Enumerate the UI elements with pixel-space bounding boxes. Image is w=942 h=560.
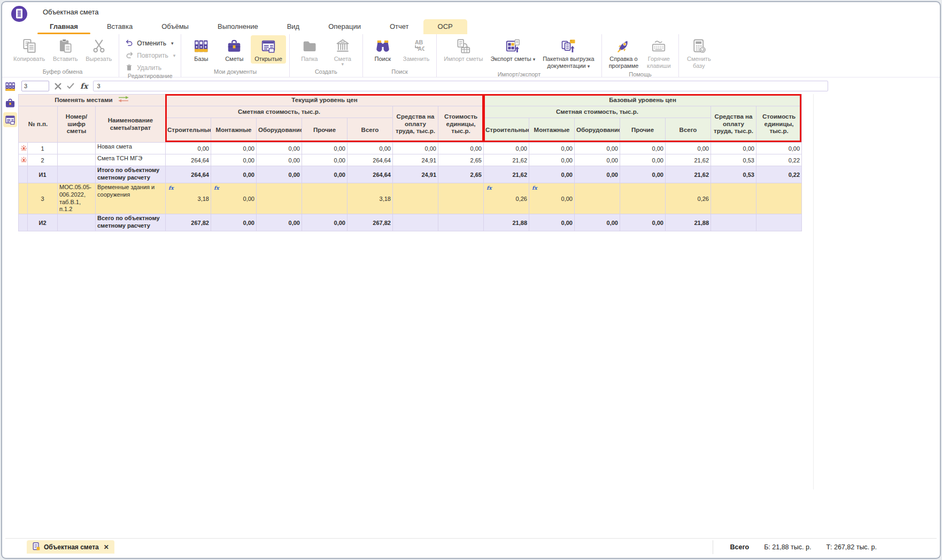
value-cell[interactable]: 0,00 — [211, 214, 257, 231]
value-cell[interactable]: 0,00 — [575, 166, 620, 183]
value-cell[interactable] — [393, 183, 438, 214]
value-cell[interactable]: 0,00 — [620, 154, 666, 166]
rocket-button[interactable]: Справка о программе — [605, 35, 643, 71]
formula-input[interactable] — [93, 81, 828, 91]
value-cell[interactable]: 0,22 — [756, 154, 802, 166]
ribbon-tab-8[interactable]: ОСР — [423, 19, 467, 34]
value-cell[interactable]: 0,00 — [666, 143, 711, 154]
value-cell[interactable]: 24,91 — [393, 166, 438, 183]
value-cell[interactable]: 0,00 — [620, 166, 666, 183]
briefcase-button[interactable]: Сметы — [218, 35, 251, 64]
value-cell[interactable]: 0,00 — [302, 214, 348, 231]
row-number-cell[interactable]: И1 — [28, 166, 58, 183]
ribbon-tab-4[interactable]: Выполнение — [203, 19, 273, 34]
estimate-name-cell[interactable]: Всего по объектному сметному расчету — [96, 214, 166, 231]
export-button[interactable]: Экспорт сметы▾ — [487, 35, 539, 64]
value-cell[interactable]: 21,62 — [484, 166, 529, 183]
value-cell[interactable]: 264,64 — [348, 154, 393, 166]
cell-reference-input[interactable] — [21, 81, 49, 91]
value-cell[interactable]: 0,00 — [484, 143, 529, 154]
value-cell[interactable]: 0,00 — [211, 154, 257, 166]
value-cell[interactable]: 0,00 — [348, 143, 393, 154]
undo-button[interactable]: Отменить▾ — [125, 38, 173, 48]
estimate-code-cell[interactable] — [58, 143, 96, 154]
value-cell[interactable]: 0,22 — [756, 166, 802, 183]
value-cell[interactable]: 0,53 — [711, 166, 756, 183]
value-cell[interactable]: 0,00 — [257, 154, 302, 166]
value-cell[interactable]: 0,00 — [529, 214, 575, 231]
value-cell[interactable]: fx0,00 — [529, 183, 575, 214]
sidebar-item-estimates[interactable] — [3, 96, 17, 111]
value-cell[interactable]: 21,88 — [666, 214, 711, 231]
swap-columns-button[interactable]: Поменять местами — [19, 95, 166, 106]
value-cell[interactable]: fx0,00 — [211, 183, 257, 214]
estimate-code-cell[interactable] — [58, 166, 96, 183]
value-cell[interactable]: 0,00 — [711, 143, 756, 154]
row-number-cell[interactable]: И2 — [28, 214, 58, 231]
value-cell[interactable] — [711, 214, 756, 231]
dropdown-caret-icon[interactable]: ▾ — [171, 41, 174, 46]
value-cell[interactable]: 0,00 — [393, 143, 438, 154]
value-cell[interactable]: 0,00 — [575, 143, 620, 154]
batch-button[interactable]: Пакетная выгрузка документации▾ — [539, 35, 598, 71]
value-cell[interactable] — [438, 214, 484, 231]
value-cell[interactable]: 21,62 — [666, 154, 711, 166]
estimate-name-cell[interactable]: Временные здания и сооружения — [96, 183, 166, 214]
value-cell[interactable]: 3,18 — [348, 183, 393, 214]
value-cell[interactable]: 267,82 — [166, 214, 211, 231]
ribbon-tab-7[interactable]: Отчет — [375, 19, 423, 34]
value-cell[interactable]: 0,00 — [529, 166, 575, 183]
value-cell[interactable]: 264,64 — [166, 154, 211, 166]
value-cell[interactable]: 0,00 — [575, 154, 620, 166]
value-cell[interactable]: 0,00 — [529, 143, 575, 154]
value-cell[interactable] — [438, 183, 484, 214]
value-cell[interactable]: 0,00 — [257, 143, 302, 154]
ribbon-tab-5[interactable]: Вид — [273, 19, 314, 34]
estimate-name-cell[interactable]: Смета ТСН МГЭ — [96, 154, 166, 166]
value-cell[interactable] — [711, 183, 756, 214]
ribbon-tab-2[interactable]: Вставка — [92, 19, 147, 34]
estimate-code-cell[interactable]: МОС.05.05-006.2022, таб.В.1, п.1.2 — [58, 183, 96, 214]
value-cell[interactable]: 2,65 — [438, 154, 484, 166]
value-cell[interactable]: 0,00 — [756, 143, 802, 154]
dropdown-caret-icon[interactable]: ▾ — [588, 64, 590, 69]
value-cell[interactable]: 0,00 — [620, 143, 666, 154]
row-number-cell[interactable]: 2 — [28, 154, 58, 166]
sidebar-item-open-documents[interactable] — [3, 112, 17, 127]
estimate-code-cell[interactable] — [58, 214, 96, 231]
sidebar-item-bases[interactable] — [3, 79, 17, 94]
value-cell[interactable]: 21,88 — [484, 214, 529, 231]
scrollbar-track[interactable] — [813, 94, 814, 489]
value-cell[interactable]: 264,64 — [166, 166, 211, 183]
value-cell[interactable]: 0,00 — [620, 214, 666, 231]
value-cell[interactable] — [302, 183, 348, 214]
value-cell[interactable]: fx0,26 — [484, 183, 529, 214]
estimate-code-cell[interactable] — [58, 154, 96, 166]
value-cell[interactable]: 0,00 — [211, 166, 257, 183]
estimate-name-cell[interactable]: Новая смета — [96, 143, 166, 154]
value-cell[interactable]: 264,64 — [348, 166, 393, 183]
value-cell[interactable]: 0,53 — [711, 154, 756, 166]
close-tab-icon[interactable]: ✕ — [104, 543, 109, 551]
cancel-formula-icon[interactable] — [53, 83, 62, 90]
value-cell[interactable]: 21,62 — [484, 154, 529, 166]
value-cell[interactable] — [756, 183, 802, 214]
estimate-name-cell[interactable]: Итого по объектному сметному расчету — [96, 166, 166, 183]
row-number-cell[interactable]: 3 — [28, 183, 58, 214]
value-cell[interactable] — [575, 183, 620, 214]
value-cell[interactable]: 0,00 — [438, 143, 484, 154]
binders-button[interactable]: Базы — [184, 35, 218, 64]
ribbon-tab-3[interactable]: Объёмы — [147, 19, 203, 34]
value-cell[interactable] — [393, 214, 438, 231]
ribbon-tab-6[interactable]: Операции — [314, 19, 375, 34]
value-cell[interactable]: 0,26 — [666, 183, 711, 214]
value-cell[interactable]: 0,00 — [575, 214, 620, 231]
value-cell[interactable]: 21,62 — [666, 166, 711, 183]
value-cell[interactable] — [257, 183, 302, 214]
binoculars-button[interactable]: Поиск — [366, 35, 399, 64]
value-cell[interactable]: fx3,18 — [166, 183, 211, 214]
value-cell[interactable]: 0,00 — [257, 166, 302, 183]
value-cell[interactable]: 267,82 — [348, 214, 393, 231]
value-cell[interactable]: 0,00 — [211, 143, 257, 154]
row-number-cell[interactable]: 1 — [28, 143, 58, 154]
